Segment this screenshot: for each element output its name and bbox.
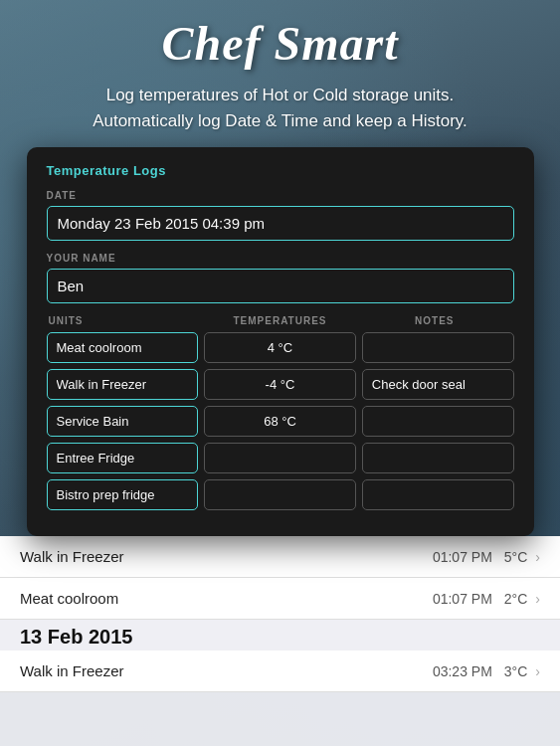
modal-title: Temperature Logs — [47, 163, 514, 178]
note-input-4[interactable] — [362, 443, 514, 473]
unit-input-5[interactable] — [47, 479, 199, 510]
table-row — [47, 406, 514, 437]
col-notes-header: NOTES — [357, 315, 511, 326]
unit-input-3[interactable] — [47, 406, 199, 437]
note-input-2[interactable] — [362, 369, 514, 400]
date-label: DATE — [47, 190, 514, 201]
main-content: Chef Smart Log temperatures of Hot or Co… — [0, 0, 560, 746]
note-input-3[interactable] — [362, 406, 514, 437]
date-input[interactable] — [47, 206, 514, 241]
unit-input-1[interactable] — [47, 332, 199, 363]
unit-input-4[interactable] — [47, 443, 199, 473]
history-unit-label: Meat coolroom — [20, 590, 433, 607]
date-section-header: 13 Feb 2015 — [0, 620, 560, 651]
name-input[interactable] — [47, 269, 514, 303]
temp-input-2[interactable] — [204, 369, 356, 400]
app-title: Chef Smart — [161, 16, 398, 71]
temp-input-1[interactable] — [204, 332, 356, 363]
note-input-1[interactable] — [362, 332, 514, 363]
history-unit-label: Walk in Freezer — [20, 662, 433, 679]
date-section-label: 13 Feb 2015 — [20, 626, 132, 648]
temp-input-4[interactable] — [204, 443, 356, 473]
app-subtitle: Log temperatures of Hot or Cold storage … — [93, 83, 467, 133]
history-time: 03:23 PM — [433, 663, 492, 679]
history-time: 01:07 PM — [433, 591, 492, 607]
history-temp: 2°C — [504, 591, 528, 607]
table-header: UNITS TEMPERATURES NOTES — [47, 315, 514, 326]
table-row — [47, 443, 514, 473]
chevron-right-icon: › — [535, 591, 540, 607]
history-list: Walk in Freezer 01:07 PM 5°C › Meat cool… — [0, 536, 560, 746]
temp-input-5[interactable] — [204, 479, 356, 510]
table-row — [47, 479, 514, 510]
list-item[interactable]: Walk in Freezer 01:07 PM 5°C › — [0, 536, 560, 578]
history-temp: 3°C — [504, 663, 528, 679]
col-units-header: UNITS — [49, 315, 203, 326]
history-time: 01:07 PM — [433, 549, 492, 565]
unit-input-2[interactable] — [47, 369, 199, 400]
col-temps-header: TEMPERATURES — [203, 315, 357, 326]
history-temp: 5°C — [504, 549, 528, 565]
table-row — [47, 369, 514, 400]
list-item[interactable]: Walk in Freezer 03:23 PM 3°C › — [0, 651, 560, 692]
temp-input-3[interactable] — [204, 406, 356, 437]
chevron-right-icon: › — [535, 663, 540, 679]
name-label: YOUR NAME — [47, 253, 514, 264]
history-unit-label: Walk in Freezer — [20, 548, 433, 565]
list-item[interactable]: Meat coolroom 01:07 PM 2°C › — [0, 578, 560, 620]
temperature-log-modal: Temperature Logs DATE YOUR NAME UNITS TE… — [27, 147, 534, 536]
table-row — [47, 332, 514, 363]
chevron-right-icon: › — [535, 549, 540, 565]
note-input-5[interactable] — [362, 479, 514, 510]
